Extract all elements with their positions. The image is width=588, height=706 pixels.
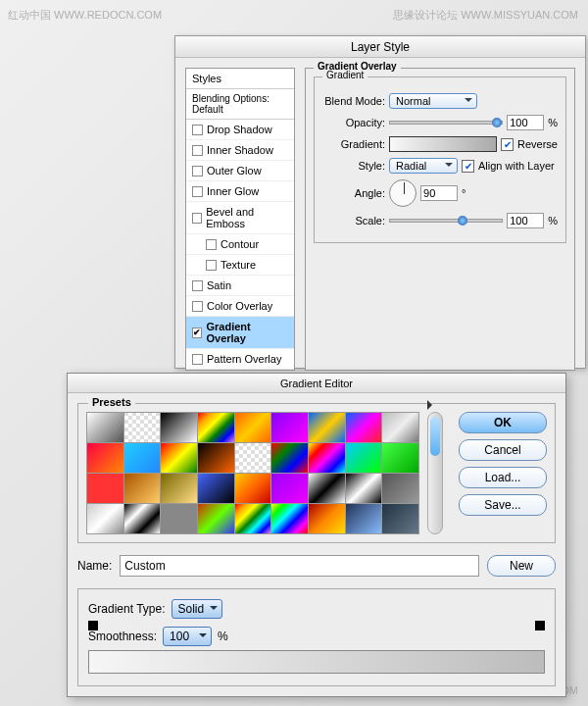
reverse-label: Reverse — [517, 138, 558, 150]
presets-scrollbar[interactable] — [427, 412, 443, 534]
layer-style-title: Layer Style — [175, 36, 585, 58]
percent-label: % — [548, 117, 558, 128]
preset-swatch[interactable] — [346, 443, 382, 473]
opacity-stop-left[interactable] — [88, 621, 98, 630]
preset-swatch[interactable] — [198, 504, 234, 533]
preset-swatch[interactable] — [87, 413, 123, 442]
style-inner-shadow[interactable]: Inner Shadow — [186, 140, 294, 161]
preset-swatch[interactable] — [382, 413, 418, 442]
checkbox-contour[interactable] — [206, 239, 217, 250]
gradient-preview[interactable] — [389, 136, 497, 152]
opacity-input[interactable]: 100 — [507, 115, 544, 130]
preset-swatch[interactable] — [124, 504, 161, 533]
styles-header[interactable]: Styles — [186, 69, 294, 89]
name-input[interactable]: Custom — [120, 555, 479, 577]
new-button[interactable]: New — [487, 555, 556, 577]
preset-swatch[interactable] — [235, 504, 271, 533]
preset-swatch[interactable] — [235, 413, 271, 442]
checkbox-drop-shadow[interactable] — [192, 125, 203, 135]
preset-swatch[interactable] — [271, 443, 308, 473]
name-label: Name: — [77, 559, 112, 573]
preset-swatch[interactable] — [382, 474, 418, 503]
save-button[interactable]: Save... — [459, 494, 547, 516]
preset-swatch[interactable] — [235, 474, 271, 503]
preset-swatch[interactable] — [161, 443, 197, 473]
watermark-top-right: 思缘设计论坛 WWW.MISSYUAN.COM — [393, 8, 578, 23]
preset-swatch[interactable] — [87, 504, 123, 533]
checkbox-color-overlay[interactable] — [192, 301, 203, 312]
opacity-stop-right[interactable] — [535, 621, 545, 630]
preset-swatch[interactable] — [161, 474, 197, 503]
preset-swatch[interactable] — [346, 504, 382, 533]
style-bevel-emboss[interactable]: Bevel and Emboss — [186, 202, 294, 234]
angle-dial[interactable] — [389, 179, 416, 207]
preset-swatch[interactable] — [309, 443, 345, 473]
style-label: Inner Shadow — [207, 144, 273, 156]
style-label: Outer Glow — [207, 165, 262, 176]
checkbox-satin[interactable] — [192, 280, 203, 291]
preset-swatch[interactable] — [271, 474, 308, 503]
checkbox-gradient-overlay[interactable] — [192, 328, 202, 338]
gradient-type-select[interactable]: Solid — [172, 599, 223, 619]
style-outer-glow[interactable]: Outer Glow — [186, 161, 294, 181]
style-inner-glow[interactable]: Inner Glow — [186, 181, 294, 202]
cancel-button[interactable]: Cancel — [459, 439, 547, 461]
preset-swatch[interactable] — [198, 474, 234, 503]
preset-swatch[interactable] — [161, 413, 197, 442]
style-pattern-overlay[interactable]: Pattern Overlay — [186, 349, 294, 370]
blending-options-default[interactable]: Blending Options: Default — [186, 89, 294, 120]
reverse-checkbox[interactable] — [501, 138, 514, 151]
preset-swatch[interactable] — [161, 504, 197, 533]
preset-swatch[interactable] — [87, 474, 123, 503]
presets-label: Presets — [88, 396, 135, 408]
preset-swatch[interactable] — [124, 474, 161, 503]
preset-swatch[interactable] — [309, 504, 345, 533]
preset-swatch[interactable] — [346, 474, 382, 503]
style-drop-shadow[interactable]: Drop Shadow — [186, 120, 294, 140]
checkbox-pattern-overlay[interactable] — [192, 354, 203, 365]
style-label: Gradient Overlay — [206, 321, 288, 344]
blend-mode-select[interactable]: Normal — [389, 93, 477, 109]
gradient-overlay-panel: Gradient Overlay Gradient Blend Mode: No… — [305, 68, 575, 371]
checkbox-texture[interactable] — [206, 260, 217, 271]
style-color-overlay[interactable]: Color Overlay — [186, 296, 294, 317]
preset-swatch[interactable] — [346, 413, 382, 442]
checkbox-inner-glow[interactable] — [192, 186, 203, 197]
gradient-section-title: Gradient — [322, 70, 368, 80]
gradient-label: Gradient: — [322, 138, 385, 150]
gradient-editor-dialog: Gradient Editor Presets — [67, 373, 566, 697]
style-label: Pattern Overlay — [207, 353, 281, 365]
style-satin[interactable]: Satin — [186, 276, 294, 296]
preset-swatch[interactable] — [271, 413, 308, 442]
checkbox-inner-shadow[interactable] — [192, 145, 203, 156]
preset-swatch[interactable] — [235, 443, 271, 473]
percent-label: % — [548, 215, 558, 227]
style-gradient-overlay[interactable]: Gradient Overlay — [186, 317, 294, 349]
checkbox-bevel[interactable] — [192, 213, 202, 224]
ok-button[interactable]: OK — [459, 412, 547, 433]
preset-swatch[interactable] — [271, 504, 308, 533]
preset-swatch[interactable] — [87, 443, 123, 473]
preset-swatch[interactable] — [309, 413, 345, 442]
presets-menu-icon[interactable] — [427, 400, 437, 410]
gradient-bar[interactable] — [88, 650, 545, 674]
percent-label: % — [218, 630, 228, 643]
scale-input[interactable]: 100 — [507, 213, 544, 228]
preset-swatch[interactable] — [382, 443, 418, 473]
scale-slider[interactable] — [389, 219, 503, 223]
style-select[interactable]: Radial — [389, 158, 458, 174]
load-button[interactable]: Load... — [459, 467, 547, 488]
style-texture[interactable]: Texture — [186, 255, 294, 276]
preset-swatch[interactable] — [124, 443, 161, 473]
preset-swatch[interactable] — [309, 474, 345, 503]
smoothness-input[interactable]: 100 — [163, 627, 212, 646]
preset-swatch[interactable] — [198, 413, 234, 442]
preset-swatch[interactable] — [198, 443, 234, 473]
preset-swatch[interactable] — [124, 413, 161, 442]
opacity-slider[interactable] — [389, 121, 503, 125]
angle-input[interactable]: 90 — [420, 185, 458, 201]
preset-swatch[interactable] — [382, 504, 418, 533]
style-contour[interactable]: Contour — [186, 234, 294, 255]
checkbox-outer-glow[interactable] — [192, 166, 203, 176]
align-checkbox[interactable] — [462, 160, 474, 173]
